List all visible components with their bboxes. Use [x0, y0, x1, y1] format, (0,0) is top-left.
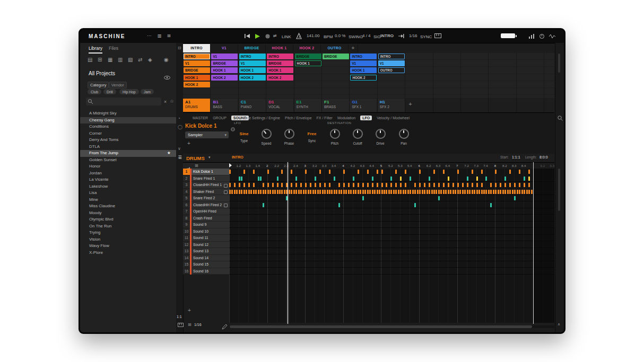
param-value[interactable]: Free	[300, 131, 324, 136]
note-event[interactable]	[436, 190, 437, 194]
pattern-cell[interactable]: INTRO	[184, 54, 210, 59]
chevron-up-icon[interactable]: ∧	[558, 322, 560, 326]
note-event[interactable]	[424, 190, 425, 194]
note-event[interactable]	[343, 190, 345, 194]
note-event[interactable]	[433, 183, 435, 187]
note-event[interactable]	[253, 170, 255, 174]
note-event[interactable]	[241, 190, 242, 194]
project-item[interactable]: Lakeshow	[80, 183, 176, 190]
note-event[interactable]	[443, 170, 445, 174]
pattern-cell[interactable]: BRIDGE	[267, 60, 293, 66]
note-event[interactable]	[319, 183, 321, 187]
note-event[interactable]	[495, 190, 497, 194]
note-event[interactable]	[490, 190, 492, 194]
note-event[interactable]	[424, 183, 425, 187]
note-event[interactable]	[236, 190, 238, 194]
param-type[interactable]: SineType	[232, 126, 256, 143]
note-event[interactable]	[390, 190, 392, 194]
note-event[interactable]	[495, 170, 497, 174]
user-content-icon[interactable]: ◉	[164, 57, 169, 63]
note-event[interactable]	[295, 176, 297, 181]
note-event[interactable]	[472, 170, 473, 174]
group-F1[interactable]: F1BRASS	[322, 99, 349, 112]
pattern-cell[interactable]: BRIDGE	[211, 60, 238, 66]
sound-row[interactable]: 9Sound 9	[183, 222, 229, 228]
note-event[interactable]	[448, 183, 449, 187]
note-event[interactable]	[445, 190, 447, 194]
note-event[interactable]	[500, 190, 501, 194]
editor-list-icon[interactable]: ☰	[178, 155, 182, 160]
note-event[interactable]	[305, 190, 307, 194]
note-event[interactable]	[478, 190, 480, 194]
pattern-cell[interactable]: HOOK 2	[211, 75, 238, 81]
note-event[interactable]	[395, 183, 397, 187]
note-event[interactable]	[462, 190, 464, 194]
scene-tab[interactable]: HOOK 1	[266, 44, 293, 52]
note-event[interactable]	[305, 170, 307, 174]
group-A1[interactable]: A1DRUMS	[183, 99, 210, 112]
tag-filter[interactable]: Jam	[141, 89, 154, 94]
note-event[interactable]	[265, 190, 266, 194]
note-event[interactable]	[521, 190, 523, 194]
note-event[interactable]	[422, 190, 423, 194]
note-event[interactable]	[377, 190, 378, 194]
note-event[interactable]	[267, 183, 269, 187]
note-event[interactable]	[464, 190, 466, 194]
note-event[interactable]	[269, 190, 271, 194]
note-event[interactable]	[395, 190, 397, 194]
note-event[interactable]	[469, 190, 471, 194]
add-scene-button[interactable]: +	[349, 44, 358, 52]
note-event[interactable]	[248, 183, 250, 187]
param-pitch[interactable]: Pitch	[323, 126, 346, 145]
note-event[interactable]	[343, 183, 345, 187]
pattern-cell[interactable]: BRIDGE	[323, 54, 349, 59]
note-event[interactable]	[514, 196, 516, 200]
note-event[interactable]	[241, 176, 242, 181]
note-event[interactable]	[243, 190, 245, 194]
note-event[interactable]	[243, 183, 245, 187]
collapse-icon[interactable]: ∨	[178, 146, 181, 151]
note-event[interactable]	[291, 170, 292, 174]
editor-scrollbar[interactable]	[558, 169, 560, 211]
note-event[interactable]	[372, 183, 373, 187]
note-event[interactable]	[429, 190, 430, 194]
note-event[interactable]	[472, 183, 473, 187]
note-event[interactable]	[293, 190, 295, 194]
note-event[interactable]	[381, 170, 383, 174]
note-event[interactable]	[384, 190, 385, 194]
note-event[interactable]	[377, 183, 378, 187]
sound-row[interactable]: 8Crash Fired	[183, 215, 229, 222]
note-event[interactable]	[362, 196, 364, 200]
note-event[interactable]	[362, 190, 364, 194]
note-event[interactable]	[509, 190, 511, 194]
note-event[interactable]	[438, 183, 440, 187]
link-toggle[interactable]: LINK	[282, 34, 291, 40]
sound-row[interactable]: 13Sound 13	[183, 248, 229, 255]
mixer-view-icon[interactable]: ▥	[158, 33, 162, 39]
note-event[interactable]	[526, 190, 528, 194]
project-item[interactable]: Cheesy Gang	[80, 117, 176, 124]
note-event[interactable]	[509, 183, 511, 187]
note-event[interactable]	[443, 190, 445, 194]
note-event[interactable]	[481, 190, 483, 194]
note-event[interactable]	[277, 176, 279, 181]
param-drive[interactable]: Drive	[369, 126, 392, 145]
note-event[interactable]	[277, 190, 279, 194]
sound-row[interactable]: 3ClosedHH Fired 1	[183, 182, 229, 189]
note-event[interactable]	[284, 190, 285, 194]
loop-icon[interactable]: ⇄	[273, 33, 277, 39]
level-tab-group[interactable]: GROUP	[213, 116, 227, 120]
note-event[interactable]	[263, 190, 264, 194]
pattern-cell[interactable]: HOOK 2	[184, 82, 210, 87]
group-H1[interactable]: H1SFX 2	[378, 99, 405, 112]
note-event[interactable]	[229, 183, 231, 187]
note-event[interactable]	[377, 170, 378, 174]
editor-group-name[interactable]: DRUMS	[186, 155, 205, 161]
note-event[interactable]	[291, 183, 292, 187]
note-event[interactable]	[457, 190, 459, 194]
note-event[interactable]	[448, 190, 449, 194]
note-event[interactable]	[443, 183, 445, 187]
menu-dots-icon[interactable]: ⋯	[147, 33, 151, 39]
note-event[interactable]	[483, 190, 485, 194]
knob[interactable]	[284, 129, 294, 139]
